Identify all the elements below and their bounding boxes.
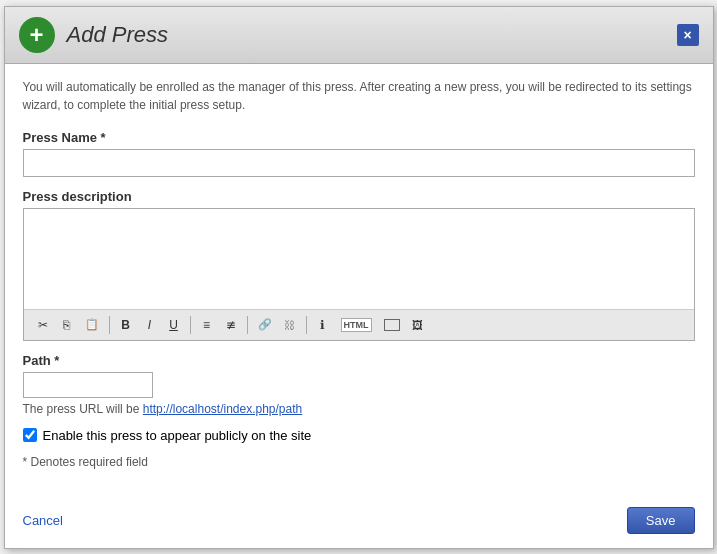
ordered-list-button[interactable]: ≢ xyxy=(220,314,242,336)
cut-button[interactable]: ✂ xyxy=(32,314,54,336)
press-name-field-group: Press Name * xyxy=(23,130,695,177)
press-name-label: Press Name * xyxy=(23,130,695,145)
editor-area: ✂ ⎘ 📋 B I U ≡ ≢ 🔗 ⛓ ℹ HTML xyxy=(23,208,695,341)
enable-checkbox-row: Enable this press to appear publicly on … xyxy=(23,428,695,443)
required-note: * Denotes required field xyxy=(23,455,695,469)
url-hint: The press URL will be http://localhost/i… xyxy=(23,402,695,416)
unordered-list-button[interactable]: ≡ xyxy=(196,314,218,336)
press-description-textarea[interactable] xyxy=(24,209,694,309)
copy-button[interactable]: ⎘ xyxy=(56,314,78,336)
bold-button[interactable]: B xyxy=(115,314,137,336)
press-description-field-group: Press description ✂ ⎘ 📋 B I U ≡ ≢ 🔗 ⛓ xyxy=(23,189,695,341)
press-description-label: Press description xyxy=(23,189,695,204)
enable-press-label[interactable]: Enable this press to appear publicly on … xyxy=(43,428,312,443)
dialog-header: + Add Press × xyxy=(5,7,713,64)
cancel-link[interactable]: Cancel xyxy=(23,513,63,528)
save-button[interactable]: Save xyxy=(627,507,695,534)
close-button[interactable]: × xyxy=(677,24,699,46)
info-text: You will automatically be enrolled as th… xyxy=(23,78,695,114)
dialog-footer: Cancel Save xyxy=(5,499,713,548)
html-badge: HTML xyxy=(341,318,372,332)
enable-press-checkbox[interactable] xyxy=(23,428,37,442)
frame-button[interactable] xyxy=(379,314,405,336)
editor-toolbar: ✂ ⎘ 📋 B I U ≡ ≢ 🔗 ⛓ ℹ HTML xyxy=(24,309,694,340)
about-button[interactable]: ℹ xyxy=(312,314,334,336)
unlink-button[interactable]: ⛓ xyxy=(279,314,301,336)
toolbar-sep-2 xyxy=(190,316,191,334)
frame-icon xyxy=(384,319,400,331)
path-label: Path * xyxy=(23,353,695,368)
italic-button[interactable]: I xyxy=(139,314,161,336)
add-press-dialog: + Add Press × You will automatically be … xyxy=(4,6,714,549)
html-button[interactable]: HTML xyxy=(336,314,377,336)
toolbar-sep-4 xyxy=(306,316,307,334)
toolbar-sep-3 xyxy=(247,316,248,334)
path-field-group: Path * The press URL will be http://loca… xyxy=(23,353,695,416)
link-button[interactable]: 🔗 xyxy=(253,314,277,336)
header-left: + Add Press xyxy=(19,17,169,53)
toolbar-sep-1 xyxy=(109,316,110,334)
press-name-input[interactable] xyxy=(23,149,695,177)
path-input[interactable] xyxy=(23,372,153,398)
underline-button[interactable]: U xyxy=(163,314,185,336)
add-press-icon: + xyxy=(19,17,55,53)
paste-button[interactable]: 📋 xyxy=(80,314,104,336)
url-hint-link[interactable]: http://localhost/index.php/path xyxy=(143,402,302,416)
dialog-body: You will automatically be enrolled as th… xyxy=(5,64,713,499)
image-button[interactable]: 🖼 xyxy=(407,314,429,336)
dialog-title: Add Press xyxy=(67,22,169,48)
